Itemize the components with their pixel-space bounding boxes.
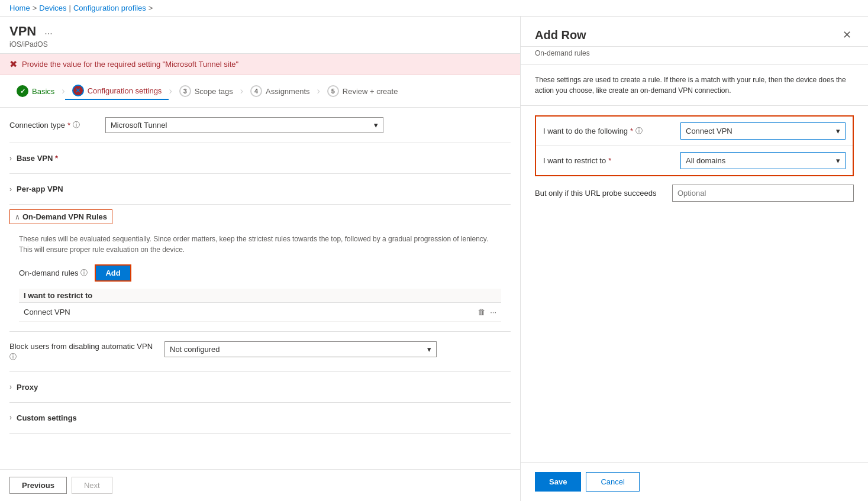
custom-settings-label: Custom settings: [17, 413, 77, 422]
want-to-restrict-row: I want to restrict to * All domains ▾: [536, 146, 853, 175]
connection-type-select-wrapper: Microsoft Tunnel ▾: [105, 117, 383, 133]
add-rule-button[interactable]: Add: [95, 264, 131, 282]
add-row-panel: Add Row ✕ On-demand rules These settings…: [521, 17, 868, 501]
highlight-box: I want to do the following * ⓘ Connect V…: [535, 115, 854, 176]
proxy-label: Proxy: [17, 383, 38, 392]
want-to-do-label: I want to do the following * ⓘ: [543, 126, 673, 136]
error-icon: ✖: [9, 59, 17, 70]
want-to-restrict-select[interactable]: All domains ▾: [681, 153, 845, 169]
divider-3: [9, 204, 511, 205]
breadcrumb-sep2: |: [69, 4, 71, 12]
want-to-restrict-label: I want to restrict to *: [543, 156, 673, 165]
wizard-steps: ✓ Basics › ✕ Configuration settings › 3 …: [0, 75, 520, 108]
block-users-value: Not configured: [170, 345, 220, 354]
breadcrumb: Home > Devices | Configuration profiles …: [0, 0, 868, 17]
want-to-do-select-wrapper: Connect VPN ▾: [680, 122, 846, 140]
proxy-section[interactable]: › Proxy: [9, 377, 511, 397]
step-scope[interactable]: 3 Scope tags: [172, 83, 240, 99]
on-demand-content: These rules will be evaluated sequential…: [9, 234, 511, 322]
delete-icon[interactable]: 🗑: [477, 308, 485, 316]
per-app-vpn-chevron-icon: ›: [9, 185, 12, 193]
panel-content: I want to do the following * ⓘ Connect V…: [521, 106, 868, 293]
step-assignments-circle: 4: [250, 85, 262, 97]
proxy-chevron-icon: ›: [9, 383, 12, 391]
page-subtitle: iOS/iPadOS: [9, 40, 511, 49]
connection-type-label: Connection type * ⓘ: [9, 120, 98, 130]
breadcrumb-sep1: >: [33, 4, 37, 12]
step-scope-label: Scope tags: [195, 87, 233, 96]
on-demand-description: These rules will be evaluated sequential…: [19, 234, 501, 255]
on-demand-rules-label: On-demand rules ⓘ: [19, 268, 88, 278]
previous-button[interactable]: Previous: [9, 477, 67, 494]
on-demand-rules-info-icon[interactable]: ⓘ: [80, 268, 88, 278]
step-review-label: Review + create: [343, 87, 398, 96]
custom-settings-chevron-icon: ›: [9, 413, 12, 422]
step-assignments-label: Assignments: [266, 87, 309, 96]
page-title: VPN: [9, 24, 36, 39]
rule-row-actions: 🗑 ···: [477, 308, 496, 316]
connection-type-chevron-icon: ▾: [374, 121, 378, 130]
block-users-info-icon[interactable]: ⓘ: [9, 352, 17, 362]
want-to-do-chevron-icon: ▾: [836, 127, 840, 135]
step-config-circle: ✕: [72, 85, 84, 96]
save-button[interactable]: Save: [535, 472, 581, 492]
error-banner: ✖ Provide the value for the required set…: [0, 54, 520, 75]
per-app-vpn-section[interactable]: › Per-app VPN: [9, 179, 511, 199]
breadcrumb-config-profiles[interactable]: Configuration profiles: [73, 4, 146, 12]
connection-type-info-icon[interactable]: ⓘ: [73, 120, 80, 130]
block-users-select[interactable]: Not configured ▾: [164, 341, 437, 357]
rules-col-header: I want to restrict to: [24, 291, 92, 300]
on-demand-rules-row: On-demand rules ⓘ Add: [19, 264, 501, 282]
breadcrumb-sep3: >: [149, 4, 153, 12]
title-area: VPN ... iOS/iPadOS: [0, 17, 520, 54]
step-basics-label: Basics: [32, 87, 54, 96]
rules-table: I want to restrict to Connect VPN 🗑 ···: [19, 289, 501, 322]
ellipsis-menu-button[interactable]: ...: [41, 25, 56, 38]
connection-type-select[interactable]: Microsoft Tunnel ▾: [105, 117, 383, 133]
want-to-do-select[interactable]: Connect VPN ▾: [681, 123, 845, 139]
panel-header: Add Row ✕: [521, 17, 868, 47]
cancel-button[interactable]: Cancel: [586, 472, 639, 492]
want-to-do-value: Connect VPN: [686, 127, 733, 135]
step-review-circle: 5: [327, 85, 339, 97]
required-star: *: [67, 121, 70, 130]
base-vpn-section[interactable]: › Base VPN: [9, 148, 511, 169]
divider-7: [9, 433, 511, 434]
step-config[interactable]: ✕ Configuration settings: [65, 82, 169, 100]
divider-5: [9, 371, 511, 372]
step-assignments[interactable]: 4 Assignments: [243, 83, 317, 99]
step-basics[interactable]: ✓ Basics: [9, 83, 62, 99]
divider-4: [9, 331, 511, 332]
want-to-do-info-icon[interactable]: ⓘ: [635, 126, 643, 136]
step-scope-circle: 3: [179, 85, 191, 97]
breadcrumb-home[interactable]: Home: [9, 4, 30, 12]
rule-row-value: Connect VPN: [24, 308, 70, 316]
rules-table-header: I want to restrict to: [19, 289, 501, 303]
base-vpn-chevron-icon: ›: [9, 154, 12, 163]
panel-description: These settings are used to create a rule…: [521, 65, 868, 106]
table-row: Connect VPN 🗑 ···: [19, 303, 501, 322]
url-probe-input[interactable]: [672, 185, 854, 202]
block-users-label: Block users from disabling automatic VPN…: [9, 341, 157, 362]
step-review[interactable]: 5 Review + create: [320, 83, 405, 99]
step-basics-circle: ✓: [17, 85, 28, 97]
divider-2: [9, 173, 511, 174]
want-to-restrict-value: All domains: [686, 156, 725, 165]
want-to-restrict-select-wrapper: All domains ▾: [680, 152, 846, 169]
url-probe-label: But only if this URL probe succeeds: [535, 189, 665, 198]
error-message: Provide the value for the required setti…: [22, 60, 238, 69]
divider-6: [9, 402, 511, 403]
custom-settings-section[interactable]: › Custom settings: [9, 408, 511, 428]
breadcrumb-devices[interactable]: Devices: [39, 4, 66, 12]
want-to-restrict-chevron-icon: ▾: [836, 156, 840, 165]
panel-title: Add Row: [535, 28, 586, 42]
on-demand-header-box: ∧ On-Demand VPN Rules: [9, 209, 112, 224]
more-options-icon[interactable]: ···: [490, 308, 496, 316]
base-vpn-label: Base VPN: [17, 154, 58, 163]
want-to-do-row: I want to do the following * ⓘ Connect V…: [536, 117, 853, 146]
panel-footer: Save Cancel: [521, 462, 868, 501]
block-users-row: Block users from disabling automatic VPN…: [9, 341, 511, 362]
next-button[interactable]: Next: [72, 477, 112, 494]
close-panel-button[interactable]: ✕: [840, 26, 854, 44]
panel-spacer: [521, 293, 868, 462]
